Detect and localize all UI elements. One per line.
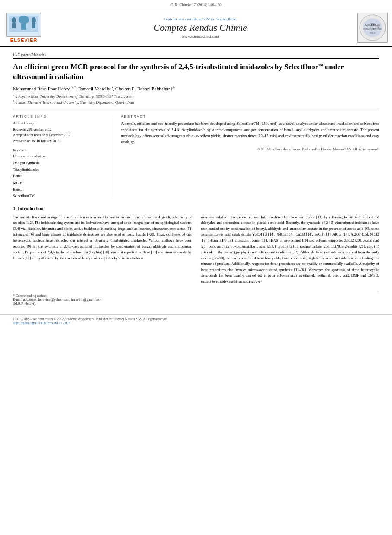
abstract-text: A simple, efficient and eco-friendly pro… [121, 121, 379, 145]
keywords-label: Keywords: [13, 148, 105, 152]
elsevier-logo: ELSEVIER [4, 13, 43, 43]
doi-line: http://dx.doi.org/10.1016/j.crci.2012.12… [13, 321, 379, 325]
keyword-7: SelectfluorTM [13, 193, 105, 199]
svg-text:DES SCIENCES: DES SCIENCES [363, 28, 381, 30]
received-date: Received 2 November 2012 [13, 127, 105, 133]
article-info-abstract-section: ARTICLE INFO Article history: Received 2… [13, 110, 379, 200]
sciverse-link[interactable]: SciVerse ScienceDirect [202, 17, 237, 21]
introduction-heading: 1. Introduction [13, 206, 379, 211]
svg-point-4 [12, 17, 16, 23]
sciverse-prefix: Contents lists available at [164, 17, 202, 21]
bottom-bar: 1631-0748/$ – see front matter © 2012 Ac… [0, 314, 392, 328]
sciverse-line: Contents lists available at SciVerse Sci… [48, 17, 353, 21]
affiliation-b: b b Imam Khomeini International Universi… [13, 99, 379, 105]
keyword-4: Benzil [13, 173, 105, 179]
intro-left-col: The use of ultrasound in organic transfo… [13, 214, 192, 287]
introduction-body: The use of ultrasound in organic transfo… [13, 214, 379, 287]
article-info-column: ARTICLE INFO Article history: Received 2… [13, 115, 112, 200]
keyword-2: One-pot synthesis [13, 160, 105, 166]
svg-text:PARIS: PARIS [370, 32, 376, 34]
abstract-column: ABSTRACT A simple, efficient and eco-fri… [121, 115, 379, 200]
history-label: Article history: [13, 121, 105, 125]
doi-link[interactable]: http://dx.doi.org/10.1016/j.crci.2012.12… [13, 321, 70, 325]
intro-paragraph-2: ammonia solution. The procedure was late… [201, 214, 379, 285]
paper-type: Full paper/Mémoire [13, 52, 379, 59]
svg-rect-5 [12, 23, 16, 28]
svg-point-6 [32, 17, 36, 23]
elsevier-logo-image [6, 13, 41, 37]
svg-rect-3 [21, 23, 26, 30]
email-label: E-mail addresses: [13, 298, 38, 302]
journal-center: Contents lists available at SciVerse Sci… [48, 17, 353, 38]
paper-title: An efficient green MCR protocol for the … [13, 62, 379, 82]
citation-bar: C. R. Chimie 17 (2014) 146–150 [0, 0, 392, 9]
journal-name: Comptes Rendus Chimie [48, 22, 353, 33]
keyword-1: Ultrasound irradiation [13, 153, 105, 159]
affiliations: a a Payame Noor University, Department o… [13, 93, 379, 105]
main-content: Full paper/Mémoire An efficient green MC… [0, 47, 392, 310]
copyright-line: © 2012 Académie des sciences. Published … [121, 147, 379, 151]
issn-line: 1631-0748/$ – see front matter © 2012 Ac… [13, 317, 379, 321]
page: C. R. Chimie 17 (2014) 146–150 [0, 0, 392, 535]
article-history-block: Article history: Received 2 November 201… [13, 121, 105, 144]
article-info-label: ARTICLE INFO [13, 115, 105, 118]
journal-header: ELSEVIER Contents lists available at Sci… [0, 9, 392, 47]
corresponding-author-label: * Corresponding author. [13, 294, 379, 298]
keyword-6: Benzil [13, 186, 105, 193]
intro-paragraph-1: The use of ultrasound in organic transfo… [13, 214, 192, 261]
email-addresses: heravimr@yahoo.com, heravimr@gmail.com [38, 298, 102, 302]
available-date: Available online 16 January 2013 [13, 138, 105, 144]
svg-rect-7 [32, 23, 35, 28]
svg-text:ACADÉMIE: ACADÉMIE [364, 23, 380, 27]
journal-url: www.sciencedirect.com [48, 34, 353, 38]
author-abbreviation: (M.R.P. Heravi). [13, 302, 379, 306]
abstract-label: ABSTRACT [121, 115, 379, 118]
keyword-5: MCRs [13, 180, 105, 186]
footnote-area: * Corresponding author. E-mail addresses… [13, 292, 379, 306]
authors: Mohammad Reza Poor Heravi a,*, Esmaeil V… [13, 86, 379, 91]
affiliation-a: a a Payame Noor University, Department o… [13, 93, 379, 99]
citation-text: C. R. Chimie 17 (2014) 146–150 [170, 3, 222, 7]
elsevier-wordmark: ELSEVIER [10, 38, 37, 43]
keywords-block: Keywords: Ultrasound irradiation One-pot… [13, 148, 105, 199]
keyword-3: Triarylimidazoles [13, 166, 105, 173]
accepted-date: Accepted after revision 5 December 2012 [13, 132, 105, 138]
email-line: E-mail addresses: heravimr@yahoo.com, he… [13, 298, 379, 302]
intro-right-col: ammonia solution. The procedure was late… [201, 214, 379, 287]
body-section: 1. Introduction The use of ultrasound in… [13, 206, 379, 287]
right-logo: ACADÉMIE DES SCIENCES PARIS [357, 13, 388, 43]
